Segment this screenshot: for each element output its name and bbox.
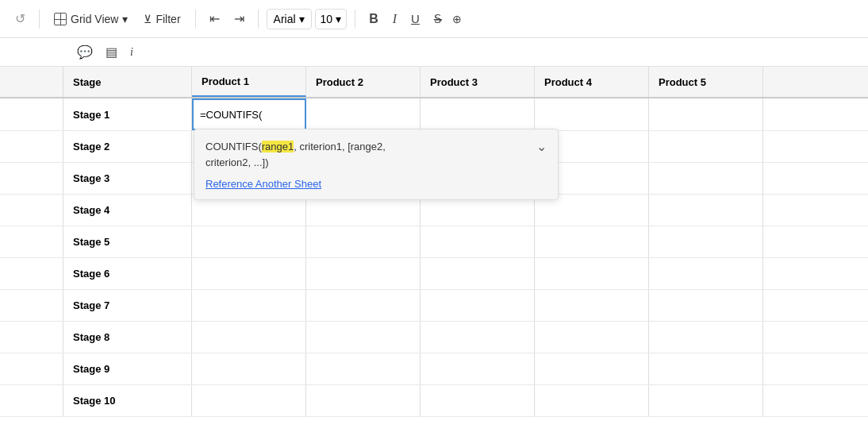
data-cell-6-5[interactable] [649, 258, 763, 289]
data-cell-7-5[interactable] [649, 290, 763, 321]
data-cell-10-1[interactable] [192, 385, 306, 416]
layers-button[interactable]: ▤ [100, 41, 123, 64]
toolbar-divider-2 [195, 10, 196, 29]
data-cell-9-5[interactable] [649, 353, 763, 384]
product3-column-header[interactable]: Product 3 [421, 67, 535, 97]
filter-label: Filter [156, 13, 180, 25]
product4-column-header[interactable]: Product 4 [535, 67, 649, 97]
font-family-select[interactable]: Arial ▾ [267, 9, 312, 29]
data-cell-6-4[interactable] [535, 258, 649, 289]
align-right-button[interactable]: ⇥ [229, 7, 250, 30]
data-cell-10-4[interactable] [535, 385, 649, 416]
data-cell-5-1[interactable] [192, 226, 306, 257]
data-cell-5-4[interactable] [535, 226, 649, 257]
data-cell-8-1[interactable] [192, 322, 306, 353]
row-number-8 [0, 322, 63, 353]
data-cell-9-2[interactable] [306, 353, 421, 384]
data-cell-9-3[interactable] [421, 353, 535, 384]
row-number-7 [0, 290, 63, 321]
data-cell-9-4[interactable] [535, 353, 649, 384]
row-number-3 [0, 163, 63, 194]
align-left-icon: ⇤ [209, 11, 220, 26]
paint-bucket-icon: ⊕ [452, 13, 462, 25]
grid-container: 💬 ▤ i Stage Product 1 Product 2 Product … [0, 38, 868, 440]
row-number-6 [0, 258, 63, 289]
data-cell-1-3[interactable] [421, 98, 535, 130]
reference-another-sheet-link[interactable]: Reference Another Sheet [205, 178, 321, 190]
data-cell-10-2[interactable] [306, 385, 421, 416]
data-cell-8-3[interactable] [421, 322, 535, 353]
product2-column-header[interactable]: Product 2 [306, 67, 421, 97]
table-row: Stage 10 [0, 385, 868, 417]
italic-button[interactable]: I [387, 8, 402, 30]
info-icon: i [130, 46, 133, 59]
data-cell-7-2[interactable] [306, 290, 421, 321]
stage-cell-2: Stage 2 [63, 131, 192, 162]
sub-toolbar: 💬 ▤ i [0, 38, 868, 67]
info-button[interactable]: i [125, 42, 139, 63]
underline-button[interactable]: U [405, 8, 425, 29]
toolbar: ↺ Grid View ▾ ⊻ Filter ⇤ ⇥ Arial ▾ 10 ▾ … [0, 0, 868, 38]
data-cell-2-5[interactable] [649, 131, 763, 162]
data-cell-8-5[interactable] [649, 322, 763, 353]
undo-button[interactable]: ↺ [10, 7, 31, 30]
data-cell-8-2[interactable] [306, 322, 421, 353]
product1-column-header[interactable]: Product 1 [192, 67, 306, 97]
data-cell-9-1[interactable] [192, 353, 306, 384]
data-cell-4-5[interactable] [649, 195, 763, 226]
formula-input[interactable] [200, 109, 298, 121]
tooltip-chevron-icon[interactable]: ⌄ [536, 139, 547, 154]
data-cell-1-5[interactable] [649, 98, 763, 130]
align-right-icon: ⇥ [234, 11, 244, 26]
formula-tooltip: COUNTIFS(range1, criterion1, [range2, cr… [194, 129, 559, 200]
data-cell-7-3[interactable] [421, 290, 535, 321]
bold-button[interactable]: B [363, 8, 384, 30]
data-cell-6-2[interactable] [306, 258, 421, 289]
tooltip-separator1: , criterion1, [range2, [294, 141, 386, 152]
data-cell-6-1[interactable] [192, 258, 306, 289]
table-row: Stage 9 [0, 353, 868, 385]
active-formula-cell[interactable]: COUNTIFS(range1, criterion1, [range2, cr… [192, 98, 306, 130]
grid-view-button[interactable]: Grid View ▾ [48, 9, 134, 29]
data-cell-10-5[interactable] [649, 385, 763, 416]
toolbar-divider-3 [258, 10, 259, 29]
tooltip-line2: criterion2, ...]) [205, 156, 268, 168]
comment-button[interactable]: 💬 [71, 41, 98, 64]
product5-column-header[interactable]: Product 5 [649, 67, 763, 97]
layers-icon: ▤ [106, 44, 117, 60]
tooltip-function-name: COUNTIFS( [205, 141, 262, 152]
data-cell-7-4[interactable] [535, 290, 649, 321]
filter-button[interactable]: ⊻ Filter [137, 9, 186, 29]
table-row: Stage 7 [0, 290, 868, 322]
filter-icon: ⊻ [144, 13, 152, 25]
paint-bucket-button[interactable]: ⊕ [451, 13, 463, 25]
data-cell-6-3[interactable] [421, 258, 535, 289]
data-cell-5-2[interactable] [306, 226, 421, 257]
stage-column-header: Stage [63, 67, 192, 97]
stage-cell-1: Stage 1 [63, 98, 192, 130]
row-number-2 [0, 131, 63, 162]
data-cell-10-3[interactable] [421, 385, 535, 416]
data-cell-5-5[interactable] [649, 226, 763, 257]
row-number-header [0, 67, 63, 97]
stage-cell-8: Stage 8 [63, 322, 192, 353]
row-number-4 [0, 195, 63, 226]
italic-icon: I [393, 12, 397, 26]
align-left-button[interactable]: ⇤ [204, 7, 225, 30]
data-cell-3-5[interactable] [649, 163, 763, 194]
table-row: Stage 5 [0, 226, 868, 258]
font-size-label: 10 [321, 13, 333, 25]
data-cell-1-2[interactable] [306, 98, 421, 130]
strikethrough-button[interactable]: S̶ [428, 8, 447, 30]
font-size-select[interactable]: 10 ▾ [315, 9, 348, 29]
stage-cell-6: Stage 6 [63, 258, 192, 289]
data-cell-8-4[interactable] [535, 322, 649, 353]
tooltip-header: COUNTIFS(range1, criterion1, [range2, cr… [205, 139, 547, 170]
table-row: Stage 6 [0, 258, 868, 290]
row-number-10 [0, 385, 63, 416]
table-row: Stage 1 COUNTIFS(range1, criterion1, [ra… [0, 98, 868, 131]
data-cell-1-4[interactable] [535, 98, 649, 130]
data-cell-5-3[interactable] [421, 226, 535, 257]
data-cell-7-1[interactable] [192, 290, 306, 321]
toolbar-divider-1 [39, 10, 40, 29]
